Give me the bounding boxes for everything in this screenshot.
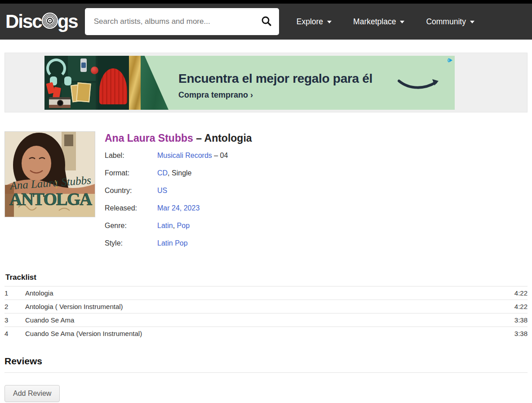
track-row: 3 Cuando Se Ama 3:38	[4, 313, 528, 327]
genre-link[interactable]: Latin	[157, 222, 173, 229]
field-label: Label:	[105, 152, 157, 160]
chevron-down-icon	[327, 21, 332, 23]
nav-item-marketplace[interactable]: Marketplace	[346, 13, 411, 31]
track-title: Cuando Se Ama	[25, 313, 496, 327]
search-button[interactable]	[254, 8, 279, 35]
search-box	[85, 8, 279, 35]
ad-container: Encuentra el mejor regalo para él Compra…	[4, 53, 528, 112]
reviews-section: Reviews Add Review	[4, 356, 528, 402]
track-row: 1 Antologia 4:22	[4, 287, 528, 300]
release-cover-image[interactable]: Ana Laura Stubbs ANTOLGA	[4, 131, 95, 217]
chevron-down-icon	[400, 21, 404, 23]
label-link[interactable]: Musicali Records	[157, 152, 212, 159]
reviews-heading: Reviews	[4, 356, 528, 367]
field-suffix: , Single	[168, 169, 191, 177]
track-position: 1	[4, 287, 25, 300]
field-row-released: Released:Mar 24, 2023	[105, 204, 528, 212]
ad-text-panel: Encuentra el mejor regalo para él Compra…	[141, 56, 455, 110]
track-position: 3	[4, 313, 25, 327]
vinyl-record-icon	[41, 12, 58, 34]
adchoices-icon[interactable]	[447, 57, 453, 65]
gold-glitter-strip	[129, 56, 141, 110]
nav-item-community[interactable]: Community	[419, 13, 481, 31]
add-review-button[interactable]: Add Review	[4, 385, 60, 402]
field-label: Genre:	[105, 222, 157, 230]
field-row-country: Country:US	[105, 187, 528, 195]
field-row-genre: Genre:Latin, Pop	[105, 222, 528, 230]
style-link[interactable]: Latin Pop	[157, 239, 188, 247]
playing-cards-graphic	[71, 84, 84, 103]
field-label: Style:	[105, 239, 157, 247]
track-position: 2	[4, 300, 25, 313]
ornament-graphic	[91, 67, 98, 74]
camera-graphic	[49, 97, 71, 108]
field-label: Format:	[105, 169, 157, 177]
track-position: 4	[4, 327, 25, 340]
field-suffix: – 04	[212, 152, 228, 159]
watch-graphic	[80, 58, 87, 72]
site-header: Disc gs Explore	[0, 0, 532, 40]
release-info: Ana Laura Stubbs – Antologia Label:Music…	[105, 131, 528, 257]
discogs-logo[interactable]: Disc gs	[5, 9, 78, 34]
tracklist-table: 1 Antologia 4:22 2 Antologia ( Version I…	[4, 286, 528, 340]
format-link[interactable]: CD	[157, 169, 168, 177]
search-input[interactable]	[85, 17, 254, 26]
main-nav: Explore Marketplace Community	[290, 13, 481, 31]
track-duration: 4:22	[496, 300, 528, 313]
track-row: 4 Cuando Se Ama (Version Instrumental) 3…	[4, 327, 528, 340]
field-label: Country:	[105, 187, 157, 195]
logo-text-left: Disc	[5, 11, 42, 32]
track-title: Antologia ( Version Instrumental)	[25, 300, 496, 313]
track-duration: 4:22	[496, 287, 528, 300]
main-content: Ana Laura Stubbs ANTOLGA Ana Laura Stubb…	[0, 131, 532, 402]
ad-photo-gifts	[44, 56, 129, 110]
released-link[interactable]: Mar 24, 2023	[157, 204, 200, 212]
nav-label: Marketplace	[353, 17, 396, 27]
nav-item-explore[interactable]: Explore	[290, 13, 338, 31]
amazon-smile-icon	[397, 78, 440, 93]
chevron-down-icon	[470, 21, 474, 23]
page-title: Ana Laura Stubbs – Antologia	[105, 132, 528, 144]
track-duration: 3:38	[496, 313, 528, 327]
genre-link[interactable]: Pop	[177, 222, 190, 229]
ad-banner[interactable]: Encuentra el mejor regalo para él Compra…	[44, 56, 455, 110]
track-duration: 3:38	[496, 327, 528, 340]
track-row: 2 Antologia ( Version Instrumental) 4:22	[4, 300, 528, 313]
search-icon	[261, 16, 272, 28]
field-row-format: Format:CD, Single	[105, 169, 528, 177]
artist-link[interactable]: Ana Laura Stubbs	[105, 132, 193, 144]
nav-label: Community	[426, 17, 466, 27]
country-link[interactable]: US	[157, 187, 167, 194]
field-row-style: Style:Latin Pop	[105, 239, 528, 247]
field-separator: ,	[173, 222, 177, 229]
cover-title-art: ANTOLGA	[9, 189, 92, 209]
field-row-label: Label:Musicali Records – 04	[105, 152, 528, 160]
field-label: Released:	[105, 204, 157, 212]
release-title-text: Antologia	[204, 132, 252, 144]
track-title: Antologia	[25, 287, 496, 300]
nav-label: Explore	[297, 17, 323, 27]
reviews-divider	[4, 372, 528, 373]
track-title: Cuando Se Ama (Version Instrumental)	[25, 327, 496, 340]
tracklist-heading: Tracklist	[5, 273, 528, 282]
tracklist-section: Tracklist 1 Antologia 4:22 2 Antologia (…	[4, 273, 528, 340]
logo-text-right: gs	[58, 11, 78, 32]
title-dash: –	[193, 132, 204, 144]
headphones-graphic	[46, 58, 66, 78]
